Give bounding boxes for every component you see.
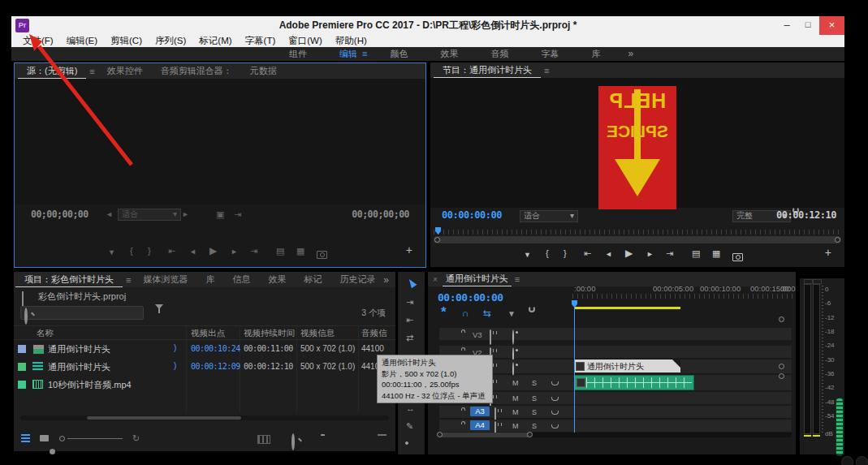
- tab-project[interactable]: 项目：彩色倒计时片头: [15, 273, 123, 287]
- source-timecode-current[interactable]: 00;00;00;00: [31, 209, 89, 220]
- menu-item-marker[interactable]: 标记(M): [192, 36, 238, 45]
- column-video-out[interactable]: 视频出点: [191, 328, 225, 339]
- menu-item-help[interactable]: 帮助(H): [329, 36, 374, 45]
- step-forward-button[interactable]: ►: [231, 246, 238, 257]
- tab-sequence[interactable]: 通用倒计时片头: [443, 272, 512, 286]
- rolling-edit-tool[interactable]: ⇄: [406, 332, 413, 343]
- goto-in-button[interactable]: ⇤: [168, 245, 175, 256]
- step-forward-button[interactable]: ►: [646, 248, 654, 260]
- mute-button[interactable]: M: [512, 394, 519, 403]
- source-settings-icon[interactable]: ▣: [216, 209, 224, 220]
- workspace-tab-libraries[interactable]: 库: [575, 47, 616, 61]
- menu-item-title[interactable]: 字幕(T): [239, 36, 283, 45]
- scrollbar-thumb[interactable]: [439, 433, 530, 437]
- track-a4[interactable]: A4 M S: [439, 420, 792, 432]
- workspace-tab-titles[interactable]: 字幕: [525, 47, 575, 61]
- mark-out-button[interactable]: }: [148, 245, 151, 256]
- track-select-tool[interactable]: ⇥: [406, 296, 413, 308]
- workspace-tab-assembly[interactable]: 组件: [273, 47, 323, 61]
- column-video-duration[interactable]: 视频持续时间: [244, 328, 295, 339]
- close-button[interactable]: ×: [819, 16, 844, 35]
- step-back-button[interactable]: ◄: [605, 248, 612, 260]
- source-add-button[interactable]: +: [406, 244, 412, 256]
- menu-item-edit[interactable]: 编辑(E): [60, 36, 104, 45]
- mute-button[interactable]: M: [512, 422, 519, 430]
- goto-out-button[interactable]: ⇥: [250, 245, 257, 256]
- export-frame-button[interactable]: [317, 251, 327, 259]
- program-zoom-select[interactable]: 适合 ▾: [520, 210, 578, 222]
- tab-audio-clip-mixer[interactable]: 音频剪辑混合器：: [152, 65, 241, 77]
- source-insert-icon[interactable]: ⇥: [234, 209, 241, 220]
- workspace-tab-color[interactable]: 颜色: [374, 47, 424, 61]
- menu-item-file[interactable]: 文件(F): [16, 36, 60, 45]
- workspace-menu-icon[interactable]: ≡: [362, 47, 374, 61]
- panel-menu-icon[interactable]: ≡: [126, 275, 131, 285]
- close-icon[interactable]: ×: [428, 275, 443, 284]
- insert-button[interactable]: ▤: [276, 245, 284, 256]
- row-name[interactable]: 通用倒计时片头: [48, 361, 110, 373]
- scrollbar-thumb[interactable]: [87, 416, 241, 420]
- tab-effects[interactable]: 效果: [259, 273, 295, 286]
- panel-menu-icon[interactable]: ≡: [515, 274, 520, 284]
- extract-button[interactable]: ▦: [712, 248, 720, 259]
- vscroll-handle[interactable]: [779, 316, 784, 322]
- minimize-button[interactable]: –: [776, 16, 797, 35]
- ripple-edit-tool[interactable]: ⇤: [406, 314, 413, 325]
- mark-out-button[interactable]: }: [564, 248, 567, 259]
- tab-program[interactable]: 节目：通用倒计时片头: [434, 63, 541, 78]
- program-mini-ruler[interactable]: [434, 230, 841, 235]
- nest-sequence-icon[interactable]: *: [441, 308, 447, 317]
- column-video-info[interactable]: 视频信息: [300, 328, 335, 339]
- tab-libraries[interactable]: 库: [196, 273, 223, 286]
- project-hscrollbar[interactable]: [20, 415, 389, 420]
- column-name[interactable]: 名称: [37, 328, 54, 339]
- automate-to-sequence-icon[interactable]: ↻: [132, 433, 140, 444]
- panel-menu-icon[interactable]: ≡: [89, 67, 94, 76]
- work-area-bar[interactable]: [574, 307, 680, 309]
- selection-tool[interactable]: [407, 278, 417, 289]
- solo-button[interactable]: S: [532, 394, 537, 403]
- goto-in-button[interactable]: ⇤: [584, 248, 591, 259]
- solo-button[interactable]: S: [532, 379, 537, 387]
- menu-item-sequence[interactable]: 序列(S): [149, 36, 192, 45]
- row-video-out[interactable]: 00:00:12:09: [191, 362, 240, 371]
- linked-selection-icon[interactable]: ⇆: [483, 308, 491, 319]
- workspace-tab-editing[interactable]: 编辑: [323, 47, 362, 61]
- column-audio-info[interactable]: 音频信: [361, 328, 387, 339]
- mute-button[interactable]: M: [512, 379, 519, 387]
- tab-metadata[interactable]: 元数据: [241, 65, 286, 77]
- goto-out-button[interactable]: ⇥: [666, 248, 673, 259]
- tab-info[interactable]: 信息: [223, 273, 259, 286]
- scrollbar-right-handle[interactable]: [835, 237, 840, 243]
- find-button[interactable]: [291, 433, 295, 450]
- mute-button[interactable]: M: [512, 408, 519, 416]
- menu-item-clip[interactable]: 剪辑(C): [104, 36, 149, 45]
- track-label[interactable]: V3: [473, 330, 482, 339]
- row-name[interactable]: 10秒倒计时音频.mp4: [48, 379, 132, 391]
- workspace-tab-audio[interactable]: 音频: [474, 47, 525, 61]
- export-frame-button[interactable]: [732, 253, 743, 261]
- project-overflow-icon[interactable]: »: [383, 274, 389, 286]
- video-clip[interactable]: 通用倒计时片头: [574, 360, 680, 372]
- label-color-swatch[interactable]: [18, 345, 26, 353]
- scrollbar-right-handle[interactable]: [527, 432, 533, 437]
- audio-clip[interactable]: [574, 375, 694, 390]
- tab-history[interactable]: 历史记录: [330, 273, 384, 286]
- source-zoom-select[interactable]: 适合 ▾: [118, 209, 181, 221]
- inout-filter-icon[interactable]: [257, 435, 270, 444]
- overwrite-button[interactable]: ▦: [296, 245, 304, 256]
- tab-markers[interactable]: 标记: [295, 273, 330, 286]
- zoom-slider-track[interactable]: [67, 438, 123, 439]
- zoom-slider-handle[interactable]: [59, 436, 65, 441]
- add-marker-button[interactable]: ▼: [524, 249, 531, 260]
- add-marker-button[interactable]: ▼: [108, 247, 115, 258]
- play-button[interactable]: ▶: [209, 245, 217, 256]
- vscroll-handle[interactable]: [779, 373, 784, 379]
- workspace-tab-effects[interactable]: 效果: [424, 47, 474, 61]
- timeline-ruler[interactable]: :00:00 00:00:05:00 00:00:10:00 00:00:15:…: [572, 282, 796, 300]
- tab-source[interactable]: 源：(无剪辑): [18, 64, 86, 79]
- source-prev-button[interactable]: ◄: [106, 209, 113, 220]
- project-file-name[interactable]: 彩色倒计时片头.prproj: [38, 291, 126, 303]
- track-a3[interactable]: A3 M S: [439, 406, 792, 418]
- solo-button[interactable]: S: [532, 408, 537, 416]
